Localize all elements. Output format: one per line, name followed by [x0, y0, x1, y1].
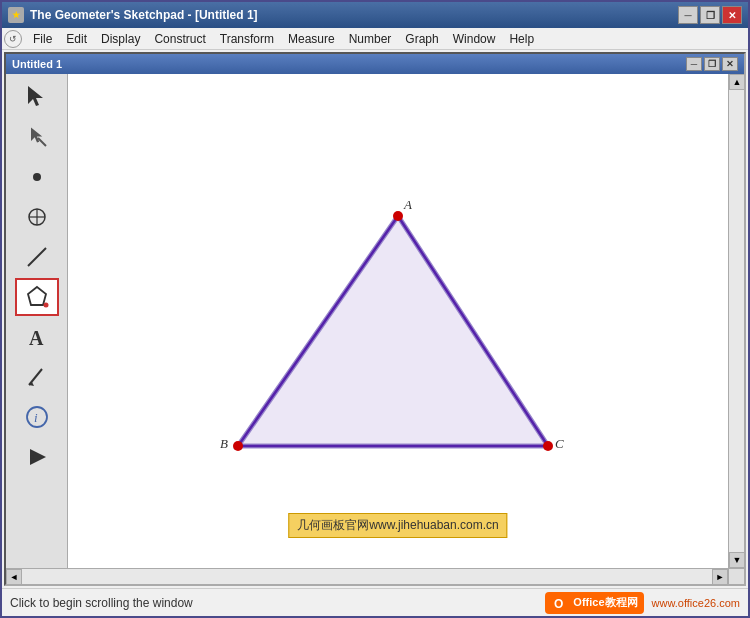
svg-text:i: i: [34, 410, 38, 425]
maximize-button[interactable]: ❐: [700, 6, 720, 24]
label-b: B: [220, 436, 228, 451]
status-right: O Office教程网 www.office26.com: [545, 592, 740, 614]
menu-bar: ↺ File Edit Display Construct Transform …: [2, 28, 748, 50]
tool-info[interactable]: i: [15, 398, 59, 436]
main-content-area: A i: [6, 74, 744, 568]
menu-window[interactable]: Window: [446, 30, 503, 48]
inner-window-controls: ─ ❐ ✕: [686, 57, 738, 71]
close-button[interactable]: ✕: [722, 6, 742, 24]
scroll-left-button[interactable]: ◄: [6, 569, 22, 585]
office-icon: O: [551, 594, 569, 612]
tool-line[interactable]: [15, 238, 59, 276]
triangle-outer: [238, 216, 548, 446]
scroll-up-button[interactable]: ▲: [729, 74, 744, 90]
menu-graph[interactable]: Graph: [398, 30, 445, 48]
window-controls: ─ ❐ ✕: [678, 6, 742, 24]
svg-marker-0: [28, 86, 43, 106]
svg-text:A: A: [29, 327, 44, 349]
scroll-track-vertical[interactable]: [729, 90, 744, 552]
svg-point-16: [30, 455, 34, 459]
menu-construct[interactable]: Construct: [147, 30, 212, 48]
window-title: The Geometer's Sketchpad - [Untitled 1]: [30, 8, 678, 22]
menu-display[interactable]: Display: [94, 30, 147, 48]
scroll-down-button[interactable]: ▼: [729, 552, 744, 568]
tool-polygon[interactable]: [15, 278, 59, 316]
office-url: www.office26.com: [652, 597, 740, 609]
status-text: Click to begin scrolling the window: [10, 596, 193, 610]
tool-arrow-top[interactable]: [15, 78, 59, 116]
inner-close-button[interactable]: ✕: [722, 57, 738, 71]
horizontal-scrollbar-bar: ◄ ►: [6, 568, 744, 584]
point-b[interactable]: [233, 441, 243, 451]
inner-minimize-button[interactable]: ─: [686, 57, 702, 71]
tool-compass[interactable]: [15, 198, 59, 236]
status-bar: Click to begin scrolling the window O Of…: [2, 588, 748, 616]
svg-line-11: [29, 369, 42, 385]
point-c[interactable]: [543, 441, 553, 451]
toolbar: A i: [6, 74, 68, 568]
minimize-button[interactable]: ─: [678, 6, 698, 24]
office-badge: O Office教程网: [545, 592, 643, 614]
label-c: C: [555, 436, 564, 451]
menu-transform[interactable]: Transform: [213, 30, 281, 48]
corner-filler: [728, 568, 744, 584]
inner-title-bar: Untitled 1 ─ ❐ ✕: [6, 54, 744, 74]
tool-text[interactable]: A: [15, 318, 59, 356]
title-bar: ★ The Geometer's Sketchpad - [Untitled 1…: [2, 2, 748, 28]
scroll-track-horizontal[interactable]: [22, 569, 712, 584]
vertical-scrollbar[interactable]: ▲ ▼: [728, 74, 744, 568]
svg-text:O: O: [554, 597, 563, 611]
tool-arrow-bottom[interactable]: [15, 118, 59, 156]
label-a: A: [403, 197, 412, 212]
svg-line-7: [28, 248, 46, 266]
svg-point-9: [43, 303, 48, 308]
svg-line-2: [38, 138, 46, 146]
inner-restore-button[interactable]: ❐: [704, 57, 720, 71]
canvas-svg: A B C: [68, 74, 728, 568]
point-a[interactable]: [393, 211, 403, 221]
menu-help[interactable]: Help: [502, 30, 541, 48]
watermark-banner: 几何画板官网www.jihehuaban.com.cn: [288, 513, 507, 538]
main-window: ★ The Geometer's Sketchpad - [Untitled 1…: [0, 0, 750, 618]
svg-marker-8: [28, 287, 46, 305]
document-window: Untitled 1 ─ ❐ ✕: [4, 52, 746, 586]
menu-file[interactable]: File: [26, 30, 59, 48]
inner-window-title: Untitled 1: [12, 58, 686, 70]
scroll-right-button[interactable]: ►: [712, 569, 728, 585]
refresh-icon[interactable]: ↺: [4, 30, 22, 48]
menu-measure[interactable]: Measure: [281, 30, 342, 48]
drawing-canvas[interactable]: A B C 几何画板官网www.jihehuaban.com.cn: [68, 74, 728, 568]
office-label: Office教程网: [573, 595, 637, 610]
tool-marker[interactable]: [15, 358, 59, 396]
app-icon: ★: [8, 7, 24, 23]
menu-edit[interactable]: Edit: [59, 30, 94, 48]
tool-animation[interactable]: [15, 438, 59, 476]
menu-number[interactable]: Number: [342, 30, 399, 48]
horizontal-scrollbar[interactable]: ◄ ►: [6, 568, 728, 584]
svg-point-3: [33, 173, 41, 181]
tool-point[interactable]: [15, 158, 59, 196]
